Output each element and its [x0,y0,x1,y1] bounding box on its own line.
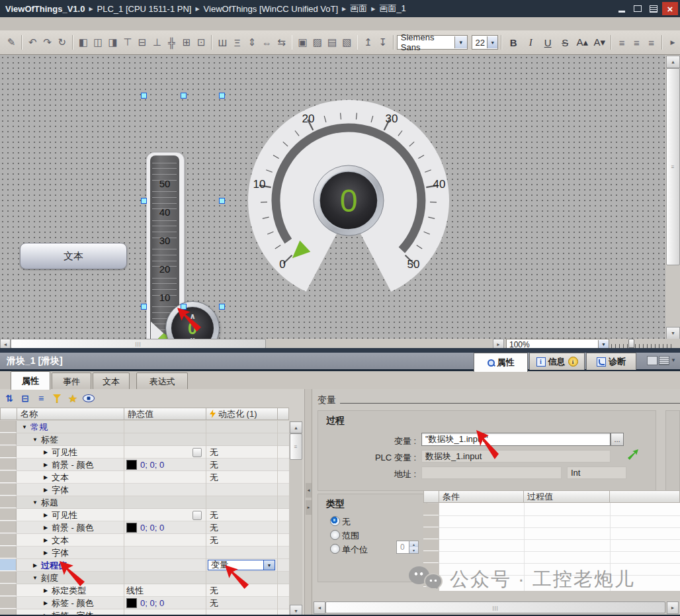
decrease-font-button[interactable]: A▾ [591,34,607,50]
send-backward-icon[interactable]: ▧ [339,34,354,51]
expander-icon[interactable]: ▶ [42,550,49,556]
canvas-vertical-scrollbar[interactable]: ▲ ≡ ▼ [665,55,680,339]
pane-splitter[interactable]: ◄ ► [304,389,312,616]
restore-button[interactable] [630,3,645,15]
property-row-title-group[interactable]: ▼标题 [0,496,289,509]
minimize-button[interactable] [615,3,629,15]
align-bottom-icon[interactable]: ⊥ [149,34,164,51]
selection-handle[interactable] [141,304,147,310]
filter-icon[interactable] [50,392,64,405]
scroll-left-icon[interactable]: ◄ [314,601,325,614]
visibility-checkbox[interactable] [192,448,202,457]
selection-handle[interactable] [219,93,225,99]
swap-size-icon[interactable]: ⇆ [274,34,288,51]
property-row-text[interactable]: ▶文本 无 [0,534,289,547]
scroll-up-icon[interactable]: ▲ [666,56,680,68]
scrollbar-thumb[interactable]: ≡ [666,68,680,265]
strikethrough-button[interactable]: S [557,34,573,50]
property-row-foreground-color[interactable]: ▶前景 - 颜色 0; 0; 0 无 [0,521,289,534]
property-row-process-value[interactable]: ▶过程值 变量 ▼ [0,559,289,572]
property-row-label-color[interactable]: ▶标签 - 颜色 0; 0; 0 无 [0,597,289,609]
bit-number-spinner[interactable]: 0 ▴▾ [396,541,419,554]
tab-order-up-icon[interactable]: ↥ [361,34,375,51]
align-middle-icon[interactable]: ⊟ [135,34,149,51]
expander-icon[interactable]: ▶ [42,462,49,468]
expander-icon[interactable]: ▶ [42,525,49,531]
color-swatch[interactable] [126,598,137,608]
panel-list-icon[interactable] [659,356,669,365]
italic-button[interactable]: I [523,34,538,50]
selection-handle[interactable] [181,93,187,99]
align-right-icon[interactable]: ◨ [105,34,120,51]
selection-handle[interactable] [141,198,147,204]
expander-icon[interactable]: ▶ [42,512,49,518]
increase-font-button[interactable]: A▴ [574,34,590,50]
property-row-general[interactable]: ▼常规 [0,421,289,433]
gauge-widget[interactable]: 0 10 20 30 40 50 0 [248,100,449,301]
distribute-horizontal-icon[interactable]: Ш [215,34,230,51]
list-view-icon[interactable]: ≡ [34,392,48,405]
spin-up-icon[interactable]: ▴ [409,541,418,547]
close-button[interactable]: × [662,2,678,15]
selection-handle[interactable] [219,198,225,204]
subtab-texts[interactable]: 文本 [93,373,130,390]
collapse-left-icon[interactable]: ◄ [306,483,312,498]
property-row-text[interactable]: ▶文本 无 [0,471,289,484]
zoom-slider-thumb[interactable] [628,339,634,348]
expander-icon[interactable]: ▶ [42,449,49,455]
scroll-right-icon[interactable]: ► [667,601,679,614]
expander-icon[interactable]: ▶ [42,600,49,606]
font-size-combo[interactable]: 22 ▼ [472,35,499,50]
scrollbar-thumb[interactable]: ||| [11,339,266,349]
property-row-font[interactable]: ▶字体 [0,547,289,559]
dropdown-arrow-icon[interactable]: ▼ [263,560,275,570]
scroll-up-icon[interactable]: ▲ [290,421,302,433]
center-on-canvas-icon[interactable]: ╬ [165,34,179,51]
rotate-cw-icon[interactable]: ↻ [55,34,69,51]
dynamization-dropdown[interactable]: 变量 ▼ [208,560,275,570]
table-header-condition[interactable]: 条件 [439,490,524,503]
expander-icon[interactable]: ▼ [32,575,38,581]
sort-icon[interactable]: ⇅ [3,392,16,405]
panel-layout-button[interactable] [646,3,661,15]
screen-editor-canvas[interactable]: 文本 50 40 30 20 10 ∧ 0 ∨ [0,55,665,339]
rotate-ccw-icon[interactable]: ↷ [40,34,54,51]
property-row-foreground-color[interactable]: ▶前景 - 颜色 0; 0; 0 无 [0,459,289,471]
header-name[interactable]: 名称 [17,408,124,420]
table-header-process-value[interactable]: 过程值 [524,490,610,503]
spin-down-icon[interactable]: ▾ [409,547,418,553]
breadcrumb-plc[interactable]: PLC_1 [CPU 1511-1 PN] [97,4,192,14]
inspector-divider[interactable] [0,348,680,353]
fit-height-icon[interactable]: ⇕ [245,34,259,51]
selection-handle[interactable] [181,304,187,310]
radio-none[interactable] [330,516,340,526]
expander-icon[interactable]: ▼ [32,500,38,506]
tab-properties[interactable]: 属性 [474,353,528,372]
favorites-icon[interactable]: ★ [66,392,79,405]
color-swatch[interactable] [126,523,137,533]
align-left-icon[interactable]: ◧ [76,34,91,51]
underline-button[interactable]: U [540,34,556,50]
font-list-button[interactable]: ▾ [454,36,466,48]
radio-single-bit[interactable] [330,544,340,554]
breadcrumb-screens[interactable]: 画面 [350,3,367,15]
scrollbar-thumb[interactable]: ≡ [290,433,302,460]
subtab-expressions[interactable]: 表达式 [136,373,188,390]
tag-pane-scrollbar[interactable]: ◄ ||| ► [312,601,680,614]
text-button-widget[interactable]: 文本 [20,243,127,269]
same-width-icon[interactable]: ⊞ [179,34,194,51]
bring-to-front-icon[interactable]: ▣ [295,34,310,51]
radio-range[interactable] [330,530,340,540]
distribute-vertical-icon[interactable]: Ξ [230,34,244,51]
breadcrumb-screen1[interactable]: 画面_1 [379,3,405,15]
color-swatch[interactable] [126,460,137,470]
expander-icon[interactable]: ▶ [32,562,38,568]
tree-vertical-scrollbar[interactable]: ▲ ≡ ▼ [289,421,302,616]
expander-icon[interactable]: ▼ [21,424,28,430]
property-row-visibility[interactable]: ▶可见性 无 [0,446,289,459]
expander-icon[interactable]: ▶ [42,537,49,543]
align-text-right-icon[interactable]: ≡ [644,34,659,51]
scrollbar-thumb[interactable]: ||| [325,601,665,613]
breadcrumb-hmi[interactable]: ViewOfThings [WinCC Unified VoT] [204,4,339,14]
goto-plc-tag-icon[interactable] [628,449,638,460]
